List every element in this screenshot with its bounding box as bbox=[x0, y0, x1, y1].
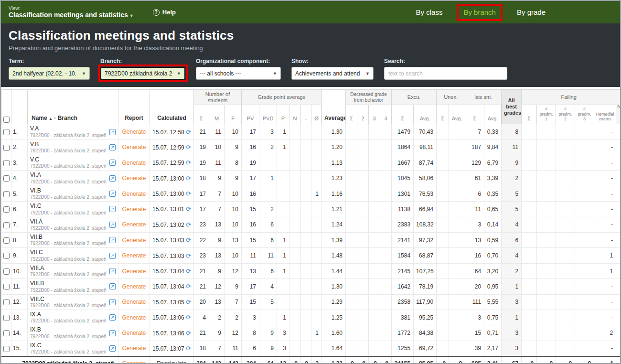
external-link-icon[interactable]: ↗ bbox=[109, 314, 116, 321]
row-checkbox[interactable] bbox=[3, 299, 10, 305]
row-checkbox[interactable] bbox=[3, 145, 10, 151]
external-link-icon[interactable]: ↗ bbox=[109, 253, 116, 259]
name-branch-header[interactable]: Name ▲ · Branch bbox=[28, 90, 118, 124]
refresh-icon[interactable]: ⟳ bbox=[186, 128, 191, 136]
cell-remedial-exams: - bbox=[594, 310, 616, 325]
external-link-icon[interactable]: ↗ bbox=[109, 144, 116, 150]
external-link-icon[interactable]: ↗ bbox=[109, 268, 116, 274]
refresh-icon[interactable]: ⟳ bbox=[186, 283, 191, 290]
cell-gpa-pv: 16 bbox=[242, 217, 259, 232]
refresh-icon[interactable]: ⟳ bbox=[186, 330, 191, 337]
footer-generate-link[interactable]: Generate bbox=[122, 360, 146, 364]
cell-excused-total: 1301 bbox=[392, 186, 414, 201]
select-arrow-icon: ▼ bbox=[177, 71, 181, 76]
row-checkbox[interactable] bbox=[3, 129, 10, 135]
generate-link[interactable]: Generate bbox=[122, 221, 146, 228]
page-subtitle: Preparation and generation of documents … bbox=[9, 44, 612, 52]
generate-link[interactable]: Generate bbox=[122, 299, 146, 305]
class-branch: 7922D00 - základná škola 2. stupeň bbox=[30, 272, 107, 278]
generate-link[interactable]: Generate bbox=[122, 175, 146, 182]
refresh-icon[interactable]: ⟳ bbox=[186, 236, 191, 244]
cell-behavior-4 bbox=[380, 124, 392, 139]
row-checkbox[interactable] bbox=[3, 222, 10, 228]
generate-link[interactable]: Generate bbox=[122, 252, 146, 259]
name-branch-cell: VIII.A7922D00 - základná škola 2. stupeň… bbox=[28, 263, 118, 278]
generate-link[interactable]: Generate bbox=[122, 160, 146, 166]
row-checkbox[interactable] bbox=[3, 160, 10, 166]
org-component-select[interactable]: --- all schools --- ▼ bbox=[196, 67, 281, 80]
external-link-icon[interactable]: ↗ bbox=[109, 345, 116, 352]
cell-students-male: 9 bbox=[209, 171, 225, 186]
help-button[interactable]: ? Help bbox=[153, 9, 176, 16]
generate-link[interactable]: Generate bbox=[122, 283, 146, 290]
generate-link[interactable]: Generate bbox=[122, 144, 146, 150]
row-checkbox[interactable] bbox=[3, 268, 10, 275]
refresh-icon[interactable]: ⟳ bbox=[186, 268, 191, 275]
cell-excused-avg: 66,94 bbox=[414, 202, 437, 217]
refresh-icon[interactable]: ⟳ bbox=[186, 144, 191, 151]
cell-students-male: 9 bbox=[209, 233, 225, 248]
generate-link[interactable]: Generate bbox=[122, 128, 146, 135]
refresh-icon[interactable]: ⟳ bbox=[186, 190, 191, 197]
row-checkbox[interactable] bbox=[3, 330, 10, 336]
external-link-icon[interactable]: ↗ bbox=[109, 237, 116, 243]
row-checkbox[interactable] bbox=[3, 346, 10, 352]
row-checkbox[interactable] bbox=[3, 206, 10, 213]
row-checkbox[interactable] bbox=[3, 284, 10, 290]
refresh-icon[interactable]: ⟳ bbox=[186, 314, 191, 321]
checkbox-cell bbox=[2, 186, 11, 201]
generate-link[interactable]: Generate bbox=[122, 345, 146, 352]
branch-select[interactable]: 7922D00 základná škola 2 ▼ bbox=[100, 67, 185, 80]
row-checkbox[interactable] bbox=[3, 237, 10, 244]
refresh-icon[interactable]: ⟳ bbox=[186, 345, 191, 352]
external-link-icon[interactable]: ↗ bbox=[109, 299, 116, 305]
cell-unexcused-total bbox=[437, 155, 449, 171]
generate-link[interactable]: Generate bbox=[122, 206, 146, 213]
view-selector[interactable]: View: Classification meetings and statis… bbox=[9, 6, 133, 19]
cell-unexcused-total bbox=[437, 341, 449, 356]
cell-behavior-3 bbox=[369, 202, 380, 217]
cell-late-avg: 0,14 bbox=[484, 217, 502, 232]
select-all-checkbox[interactable] bbox=[3, 117, 10, 123]
generate-link[interactable]: Generate bbox=[122, 191, 146, 197]
refresh-icon[interactable]: ⟳ bbox=[186, 299, 191, 306]
row-checkbox[interactable] bbox=[3, 253, 10, 259]
row-checkbox[interactable] bbox=[3, 315, 10, 321]
external-link-icon[interactable]: ↗ bbox=[109, 129, 116, 135]
external-link-icon[interactable]: ↗ bbox=[109, 330, 116, 336]
refresh-icon[interactable]: ⟳ bbox=[186, 159, 191, 166]
generate-link[interactable]: Generate bbox=[122, 330, 146, 336]
nav-by-grade[interactable]: By grade bbox=[517, 8, 546, 16]
external-link-icon[interactable]: ↗ bbox=[109, 283, 116, 289]
external-link-icon[interactable]: ↗ bbox=[109, 160, 116, 166]
calculated-cell: 15.07. 12:59 ⟳ bbox=[150, 139, 194, 155]
show-select[interactable]: Achievements and attend ▼ bbox=[291, 67, 374, 80]
class-name: VI.A bbox=[30, 171, 107, 178]
refresh-icon[interactable]: ⟳ bbox=[186, 252, 191, 259]
row-checkbox[interactable] bbox=[3, 191, 10, 197]
cell-unexcused-avg bbox=[449, 202, 465, 217]
cell-gpa-pv: 6 bbox=[242, 341, 259, 356]
refresh-icon[interactable]: ⟳ bbox=[186, 175, 191, 182]
footer-recalculate-link[interactable]: Recalculate bbox=[150, 356, 194, 364]
nav-by-class[interactable]: By class bbox=[416, 8, 443, 16]
row-checkbox[interactable] bbox=[3, 175, 10, 182]
name-branch-cell: V.B7922D00 - základná škola 2. stupeň↗ bbox=[28, 139, 118, 155]
generate-link[interactable]: Generate bbox=[122, 314, 146, 321]
generate-link[interactable]: Generate bbox=[122, 237, 146, 244]
external-link-icon[interactable]: ↗ bbox=[109, 222, 116, 228]
external-link-icon[interactable]: ↗ bbox=[109, 175, 116, 182]
external-link-icon[interactable]: ↗ bbox=[109, 206, 116, 212]
generate-link[interactable]: Generate bbox=[122, 268, 146, 275]
cell-cut-off bbox=[616, 263, 621, 278]
term-select[interactable]: 2nd halfyear (02.02. - 10. ▼ bbox=[9, 67, 90, 80]
cell-gpa-p: 1 bbox=[277, 310, 289, 325]
external-link-icon[interactable]: ↗ bbox=[109, 191, 116, 197]
nav-by-branch[interactable]: By branch bbox=[463, 8, 496, 16]
checkbox-cell bbox=[2, 263, 11, 278]
refresh-icon[interactable]: ⟳ bbox=[186, 205, 191, 213]
search-input[interactable] bbox=[384, 67, 507, 80]
cell-gpa-p bbox=[277, 186, 289, 201]
view-dropdown[interactable]: Classification meetings and statistics▾ bbox=[9, 11, 133, 19]
refresh-icon[interactable]: ⟳ bbox=[186, 221, 191, 228]
